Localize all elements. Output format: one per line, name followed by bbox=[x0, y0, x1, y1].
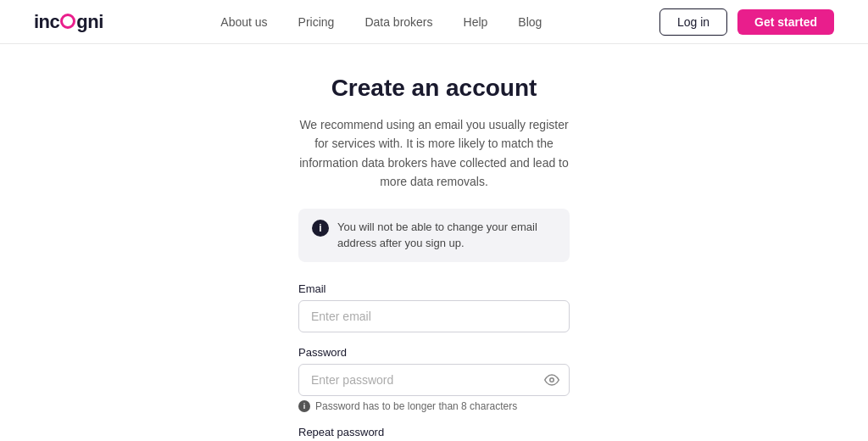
password-toggle-icon[interactable] bbox=[544, 372, 559, 388]
header-actions: Log in Get started bbox=[659, 8, 834, 36]
svg-point-0 bbox=[550, 377, 554, 382]
password-form-group: Password i Password has to be longer tha… bbox=[298, 346, 570, 412]
email-label: Email bbox=[298, 282, 570, 295]
password-label: Password bbox=[298, 346, 570, 359]
logo: incgni bbox=[34, 11, 103, 33]
email-input-wrapper bbox=[298, 300, 570, 332]
nav-help[interactable]: Help bbox=[464, 15, 488, 29]
email-input[interactable] bbox=[298, 300, 570, 332]
nav-pricing[interactable]: Pricing bbox=[298, 15, 335, 29]
repeat-password-form-group: Repeat password bbox=[298, 426, 570, 438]
registration-form: Email Password i Password has to be long… bbox=[298, 282, 570, 441]
repeat-password-label: Repeat password bbox=[298, 426, 570, 438]
info-banner: i You will not be able to change your em… bbox=[298, 209, 570, 262]
nav-data-brokers[interactable]: Data brokers bbox=[364, 15, 432, 29]
email-form-group: Email bbox=[298, 282, 570, 332]
header: incgni About us Pricing Data brokers Hel… bbox=[0, 0, 868, 44]
hint-icon: i bbox=[298, 400, 310, 412]
password-hint: i Password has to be longer than 8 chara… bbox=[298, 400, 570, 412]
main-nav: About us Pricing Data brokers Help Blog bbox=[220, 15, 542, 29]
password-hint-text: Password has to be longer than 8 charact… bbox=[315, 400, 517, 412]
page-subtitle: We recommend using an email you usually … bbox=[298, 115, 570, 192]
login-button[interactable]: Log in bbox=[659, 8, 727, 36]
page-title: Create an account bbox=[331, 75, 537, 102]
logo-text-before: inc bbox=[34, 11, 59, 32]
logo-text-after: gni bbox=[76, 11, 103, 32]
password-input[interactable] bbox=[298, 364, 570, 396]
logo-o-icon bbox=[60, 14, 75, 29]
info-icon: i bbox=[312, 220, 329, 237]
main-content: Create an account We recommend using an … bbox=[0, 44, 868, 441]
password-input-wrapper bbox=[298, 364, 570, 396]
nav-about-us[interactable]: About us bbox=[220, 15, 267, 29]
get-started-button[interactable]: Get started bbox=[737, 9, 834, 35]
info-banner-text: You will not be able to change your emai… bbox=[337, 219, 556, 252]
nav-blog[interactable]: Blog bbox=[518, 15, 542, 29]
